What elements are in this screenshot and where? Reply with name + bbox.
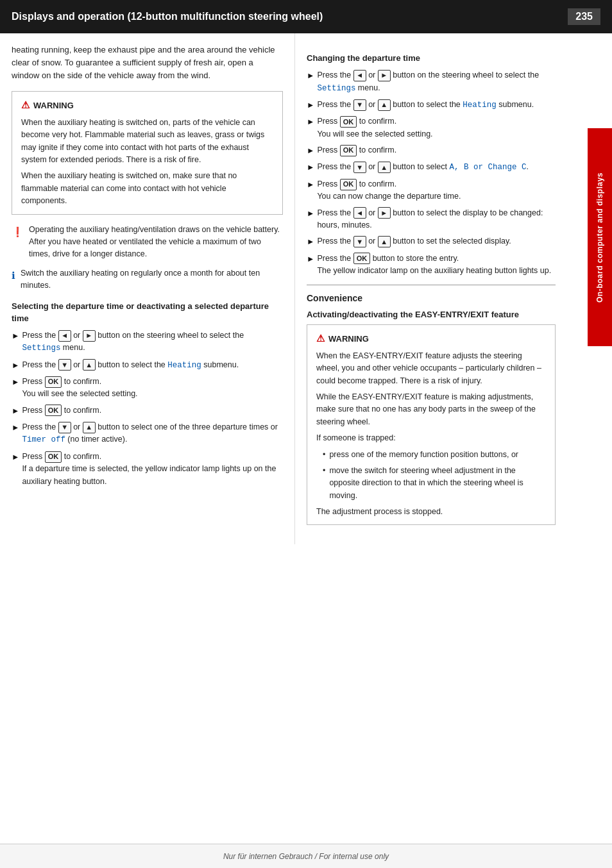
up-arrow-btn: ▲ — [378, 162, 391, 173]
up-arrow-btn: ▲ — [83, 422, 96, 433]
trapped-list: press one of the memory function positio… — [316, 449, 546, 503]
warning-box-right: ⚠ WARNING When the EASY-ENTRY/EXIT featu… — [307, 324, 556, 525]
ok-btn: OK — [340, 179, 357, 190]
down-arrow-btn: ▼ — [58, 422, 71, 433]
bullet-arrow: ► — [307, 179, 314, 191]
list-item: ► Press OK to confirm.You will see the s… — [12, 376, 283, 401]
info-icon: ℹ — [12, 268, 15, 292]
heating-code: Heating — [167, 361, 201, 370]
page-number: 235 — [568, 8, 600, 25]
list-item: move the switch for steering wheel adjus… — [323, 465, 546, 502]
list-item: ► Press OK to confirm. — [307, 144, 556, 157]
ok-btn: OK — [45, 405, 62, 416]
list-item: ► Press OK to confirm.You will see the s… — [307, 115, 556, 140]
heating-code: Heating — [463, 101, 497, 110]
page-title: Displays and operation (12-button multif… — [12, 11, 323, 22]
warning-icon-left: ⚠ — [21, 98, 30, 113]
note-excl-box: ❗ Operating the auxiliary heating/ventil… — [12, 224, 283, 261]
bullet-arrow: ► — [307, 162, 314, 174]
list-item: ► Press OK to confirm. — [12, 405, 283, 417]
down-arrow-btn: ▼ — [353, 236, 366, 247]
list-item: press one of the memory function positio… — [323, 449, 546, 461]
list-item: ► Press the ◄ or ► button to select the … — [307, 207, 556, 232]
settings-code: Settings — [22, 344, 60, 353]
up-arrow-btn: ▲ — [378, 99, 391, 111]
left-arrow-btn: ◄ — [58, 330, 71, 342]
section1-heading: Selecting the departure time or deactiva… — [12, 301, 283, 324]
page-header: Displays and operation (12-button multif… — [0, 0, 612, 33]
list-item: ► Press the ▼ or ▲ button to set the sel… — [307, 235, 556, 248]
bullet-arrow: ► — [12, 360, 19, 372]
warning-text-right: When the EASY-ENTRY/EXIT feature adjusts… — [316, 350, 546, 519]
warning-text-left: When the auxiliary heating is switched o… — [21, 117, 273, 208]
bullet-arrow: ► — [307, 253, 314, 265]
ok-btn: OK — [45, 376, 62, 388]
bullet-arrow: ► — [12, 451, 19, 463]
list-item: ► Press the ▼ or ▲ button to select the … — [307, 99, 556, 112]
up-arrow-btn: ▲ — [378, 236, 391, 247]
right-arrow-btn: ► — [83, 330, 96, 342]
timer-off-code: Timer off — [22, 435, 65, 444]
warning-box-left: ⚠ WARNING When the auxiliary heating is … — [12, 91, 283, 214]
ok-btn: OK — [353, 253, 371, 264]
list-item: ► Press OK to confirm.If a departure tim… — [12, 451, 283, 488]
bullet-arrow: ► — [12, 422, 19, 434]
bullet-arrow: ► — [307, 145, 314, 157]
list-item: ► Press the ▼ or ▲ button to select one … — [12, 421, 283, 447]
section1-bullet-list: ► Press the ◄ or ► button on the steerin… — [12, 330, 283, 488]
page-footer: Nur für internen Gebrauch / For internal… — [0, 844, 612, 868]
bullet-arrow: ► — [12, 376, 19, 388]
warning-icon-right: ⚠ — [316, 331, 325, 346]
right-arrow-btn: ► — [378, 70, 391, 81]
intro-text: heating running, keep the exhaust pipe a… — [12, 44, 283, 82]
easy-entry-heading: Activating/deactivating the EASY-ENTRY/E… — [307, 310, 556, 319]
list-item: ► Press the ◄ or ► button on the steerin… — [12, 330, 283, 355]
bullet-arrow: ► — [12, 330, 19, 342]
section2-heading: Changing the departure time — [307, 53, 556, 64]
abc-code: A, B or Change C — [449, 163, 526, 172]
ok-btn: OK — [45, 451, 62, 463]
bullet-arrow: ► — [307, 116, 314, 128]
bullet-arrow: ► — [307, 99, 314, 112]
right-column: Changing the departure time ► Press the … — [295, 33, 588, 544]
section-divider — [307, 285, 556, 285]
down-arrow-btn: ▼ — [353, 162, 366, 173]
left-arrow-btn: ◄ — [353, 207, 366, 219]
exclamation-icon: ❗ — [12, 224, 24, 261]
right-arrow-btn: ► — [378, 207, 391, 219]
warning-title-right: ⚠ WARNING — [316, 331, 546, 346]
ok-btn: OK — [340, 145, 357, 156]
main-content: heating running, keep the exhaust pipe a… — [0, 33, 612, 544]
section2-bullet-list: ► Press the ◄ or ► button on the steerin… — [307, 69, 556, 277]
list-item: ► Press the ▼ or ▲ button to select the … — [12, 359, 283, 372]
list-item: ► Press the ▼ or ▲ button to select A, B… — [307, 161, 556, 174]
side-tab: On-board computer and displays — [588, 128, 612, 346]
list-item: ► Press OK to confirm.You can now change… — [307, 178, 556, 203]
list-item: ► Press the ◄ or ► button on the steerin… — [307, 69, 556, 95]
list-item: ► Press the OK button to store the entry… — [307, 253, 556, 278]
note-info-box: ℹ Switch the auxiliary heating on regula… — [12, 267, 283, 292]
bullet-arrow: ► — [307, 236, 314, 248]
settings-code: Settings — [317, 84, 355, 93]
bullet-arrow: ► — [12, 405, 19, 417]
bullet-arrow: ► — [307, 70, 314, 82]
up-arrow-btn: ▲ — [83, 359, 96, 371]
down-arrow-btn: ▼ — [353, 99, 366, 111]
convenience-heading: Convenience — [307, 293, 556, 303]
warning-title-left: ⚠ WARNING — [21, 98, 273, 113]
ok-btn: OK — [340, 116, 357, 128]
down-arrow-btn: ▼ — [58, 359, 71, 371]
left-column: heating running, keep the exhaust pipe a… — [0, 33, 295, 544]
left-arrow-btn: ◄ — [353, 70, 366, 81]
bullet-arrow: ► — [307, 208, 314, 220]
